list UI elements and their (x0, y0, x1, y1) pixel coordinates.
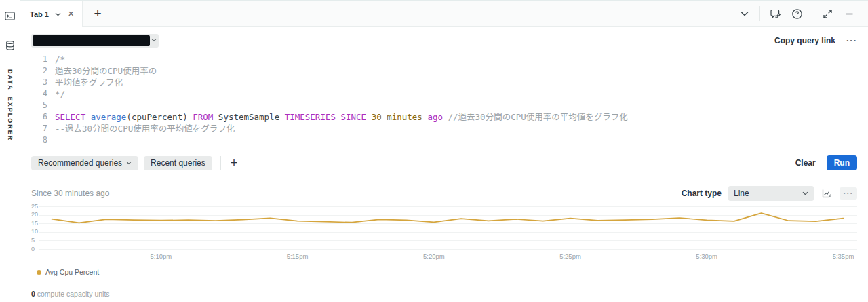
left-rail: DATA EXPLORER (0, 0, 20, 302)
code-line: 7--過去30分間のCPU使用率の平均値をグラフ化 (31, 123, 857, 134)
chart-title: Since 30 minutes ago (31, 189, 109, 198)
add-query-button[interactable]: + (228, 156, 241, 170)
timeseries-line-chart[interactable]: 25201510505:10pm5:15pm5:20pm5:25pm5:30pm… (31, 204, 857, 264)
feedback-icon[interactable] (769, 7, 781, 20)
code-line: 8 (31, 134, 857, 146)
capacity-value: 0 (31, 290, 35, 298)
chart-header-actions: Chart type Line (682, 186, 857, 201)
line-number: 2 (31, 65, 55, 77)
line-number: 7 (31, 123, 55, 134)
recent-queries-button[interactable]: Recent queries (144, 156, 212, 170)
data-explorer-app: DATA EXPLORER Tab 1 ✕ + (0, 0, 868, 302)
line-number: 1 (31, 54, 55, 65)
code-line: 1/* (31, 54, 857, 65)
avg-cpu-percent-line (52, 213, 843, 223)
chart-panel: Since 30 minutes ago Chart type Line (20, 178, 868, 302)
line-number: 4 (31, 88, 55, 100)
chart-type-label: Chart type (682, 189, 722, 198)
new-tab-button[interactable]: + (83, 1, 113, 26)
tab-menu-chevron-icon[interactable] (55, 11, 62, 18)
tab-bar: Tab 1 ✕ + (20, 0, 868, 27)
chevron-down-icon (126, 161, 132, 165)
divider (812, 6, 812, 21)
ellipsis-icon: ··· (844, 189, 854, 197)
expand-icon[interactable] (821, 7, 833, 20)
chevron-down-icon (151, 38, 157, 42)
series-color-dot (37, 270, 41, 275)
capacity-footer: 0 compute capacity units (31, 284, 857, 302)
tabbar-actions (734, 1, 868, 26)
code-line: 2過去30分間のCPU使用率の (31, 65, 857, 77)
database-icon[interactable] (4, 39, 16, 52)
account-selector[interactable] (31, 34, 159, 48)
recommended-queries-button[interactable]: Recommended queries (31, 156, 138, 170)
series-legend-label: Avg Cpu Percent (45, 268, 99, 276)
chart-type-value: Line (734, 189, 749, 198)
edit-chart-icon[interactable] (821, 187, 833, 200)
code-line: 6SELECT average(cpuPercent) FROM SystemS… (31, 111, 857, 123)
query-toolbar-right: Clear Run (795, 155, 857, 170)
line-number: 8 (31, 134, 55, 146)
recommended-queries-label: Recommended queries (38, 158, 122, 168)
query-panel: Copy query link ··· 1/*2過去30分間のCPU使用率の3平… (20, 27, 868, 178)
capacity-label: compute capacity units (37, 290, 110, 298)
line-number: 5 (31, 100, 55, 111)
more-options-icon[interactable]: ··· (846, 36, 857, 45)
data-explorer-rail-label[interactable]: DATA EXPLORER (7, 69, 14, 141)
query-toolbar: Recommended queries Recent queries + Cle… (31, 155, 857, 170)
chart-type-select[interactable]: Line (728, 186, 814, 201)
code-editor[interactable]: 1/*2過去30分間のCPU使用率の3平均値をグラフ化4*/5 6SELECT … (31, 54, 857, 146)
code-line: 4*/ (31, 88, 857, 100)
code-line: 5 (31, 100, 857, 111)
tab-1[interactable]: Tab 1 ✕ (20, 1, 83, 27)
code-line: 3平均値をグラフ化 (31, 77, 857, 88)
collapse-chevron-icon[interactable] (738, 7, 751, 20)
line-series-svg (31, 204, 857, 264)
clear-button[interactable]: Clear (795, 158, 816, 168)
recent-queries-label: Recent queries (151, 158, 205, 168)
main-column: Tab 1 ✕ + (20, 0, 868, 302)
redacted-account-name (33, 35, 150, 46)
help-icon[interactable] (791, 7, 803, 20)
chart-more-options-button[interactable]: ··· (840, 187, 857, 200)
line-number: 3 (31, 77, 55, 88)
chevron-down-icon (802, 191, 808, 195)
copy-query-link-button[interactable]: Copy query link (774, 36, 835, 45)
minimize-icon[interactable] (843, 7, 855, 20)
tab-1-label: Tab 1 (30, 10, 49, 18)
query-panel-top-actions: Copy query link ··· (774, 36, 857, 45)
query-console-icon[interactable] (4, 10, 16, 22)
chart-legend[interactable]: Avg Cpu Percent (37, 267, 857, 278)
line-number: 6 (31, 111, 55, 123)
chart-header: Since 30 minutes ago Chart type Line (31, 185, 857, 202)
tab-close-icon[interactable]: ✕ (68, 10, 74, 18)
run-button[interactable]: Run (827, 155, 857, 170)
divider (220, 156, 221, 170)
query-panel-top-row: Copy query link ··· (31, 33, 857, 48)
divider (760, 6, 760, 21)
